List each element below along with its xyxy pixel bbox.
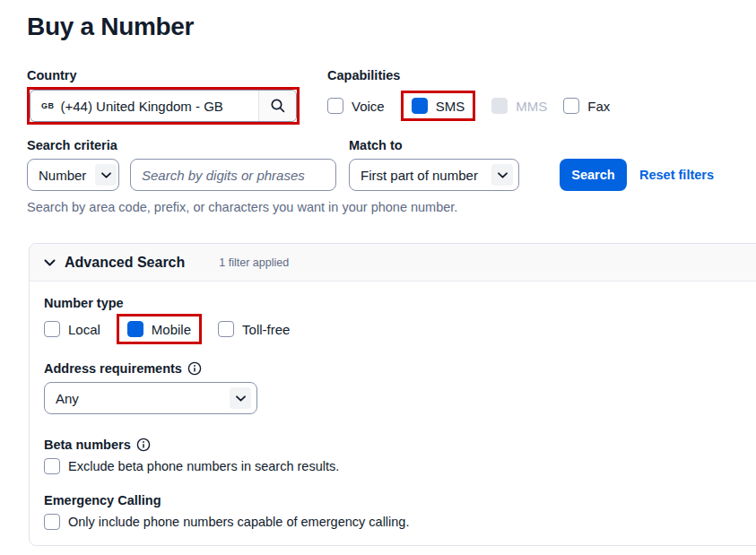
match-to-select[interactable]: First part of number	[349, 159, 519, 191]
country-value: (+44) United Kingdom - GB	[61, 99, 259, 114]
mobile-checkbox[interactable]	[127, 321, 143, 337]
capability-fax[interactable]: Fax	[563, 98, 610, 114]
advanced-search-title: Advanced Search	[65, 255, 185, 271]
buy-a-number-page: Buy a Number Country GB (+44) United Kin…	[0, 0, 756, 546]
number-type-mobile[interactable]: Mobile	[127, 321, 191, 337]
voice-checkbox[interactable]	[327, 98, 343, 114]
capabilities-options: Voice SMS MMS Fax	[327, 87, 610, 125]
search-help-text: Search by area code, prefix, or characte…	[27, 200, 756, 214]
country-search-button[interactable]	[258, 91, 296, 121]
number-type-section: Number type Local Mobile Toll-f	[44, 296, 756, 345]
search-criteria-label: Search criteria	[27, 138, 336, 152]
tollfree-label: Toll-free	[242, 322, 290, 337]
emergency-calling-section: Emergency Calling Only include phone num…	[44, 493, 756, 530]
match-to-value: First part of number	[361, 168, 478, 183]
capabilities-label: Capabilities	[327, 68, 610, 82]
local-label: Local	[68, 322, 100, 337]
voice-label: Voice	[352, 99, 385, 114]
criteria-type-value: Number	[39, 168, 86, 183]
match-to-label: Match to	[349, 138, 519, 152]
country-flag-code: GB	[41, 101, 55, 110]
criteria-type-select[interactable]: Number	[27, 159, 119, 191]
address-requirements-value: Any	[56, 391, 79, 406]
mobile-highlight-box: Mobile	[117, 314, 202, 344]
local-checkbox[interactable]	[44, 321, 60, 337]
number-type-label: Number type	[44, 296, 756, 310]
capability-mms: MMS	[491, 98, 547, 114]
beta-numbers-option[interactable]: Exclude beta phone numbers in search res…	[44, 458, 756, 474]
digits-search-input[interactable]	[130, 159, 336, 191]
exclude-beta-label: Exclude beta phone numbers in search res…	[68, 459, 339, 473]
mms-checkbox	[491, 98, 508, 114]
chevron-down-icon	[44, 259, 56, 266]
reset-filters-link[interactable]: Reset filters	[639, 168, 714, 182]
search-icon	[270, 98, 286, 114]
capability-sms[interactable]: SMS	[412, 98, 465, 114]
search-button[interactable]: Search	[560, 159, 627, 191]
country-input[interactable]: GB (+44) United Kingdom - GB	[30, 90, 297, 122]
search-criteria-row: Search criteria Number Match to First pa…	[27, 138, 756, 191]
emergency-calling-checkbox[interactable]	[44, 514, 60, 530]
capability-voice[interactable]: Voice	[327, 98, 385, 114]
number-type-options: Local Mobile Toll-free	[44, 313, 756, 345]
emergency-calling-option-label: Only include phone numbers capable of em…	[68, 515, 409, 529]
country-field-group: Country GB (+44) United Kingdom - GB	[27, 68, 327, 125]
mobile-label: Mobile	[152, 322, 191, 337]
sms-label: SMS	[436, 99, 465, 114]
advanced-search-panel: Advanced Search 1 filter applied Number …	[29, 243, 756, 546]
address-requirements-label: Address requirements	[44, 361, 182, 376]
info-icon[interactable]	[136, 438, 151, 452]
search-criteria-group: Search criteria Number	[27, 138, 336, 191]
fax-checkbox[interactable]	[563, 98, 579, 114]
beta-numbers-section: Beta numbers Exclude beta phone numbers …	[44, 438, 756, 474]
address-requirements-select[interactable]: Any	[44, 382, 257, 414]
number-type-tollfree[interactable]: Toll-free	[218, 321, 290, 337]
chevron-down-icon	[491, 164, 513, 186]
chevron-down-icon	[95, 164, 117, 186]
chevron-down-icon	[230, 387, 251, 409]
emergency-calling-label: Emergency Calling	[44, 493, 161, 507]
info-icon[interactable]	[187, 361, 202, 376]
filters-applied-badge: 1 filter applied	[219, 256, 289, 269]
page-title: Buy a Number	[27, 13, 756, 41]
mms-label: MMS	[516, 99, 547, 114]
exclude-beta-checkbox[interactable]	[44, 458, 60, 474]
country-capabilities-row: Country GB (+44) United Kingdom - GB	[27, 68, 756, 125]
beta-numbers-label: Beta numbers	[44, 438, 131, 452]
match-to-group: Match to First part of number	[349, 138, 519, 191]
number-type-local[interactable]: Local	[44, 321, 100, 337]
capabilities-group: Capabilities Voice SMS MMS	[327, 68, 610, 125]
tollfree-checkbox[interactable]	[218, 321, 234, 337]
advanced-search-body: Number type Local Mobile Toll-f	[30, 282, 756, 545]
country-label: Country	[27, 68, 327, 82]
sms-checkbox[interactable]	[412, 98, 428, 114]
search-actions: Search Reset filters	[560, 159, 714, 191]
country-highlight-box: GB (+44) United Kingdom - GB	[27, 87, 300, 125]
emergency-calling-option[interactable]: Only include phone numbers capable of em…	[44, 514, 756, 530]
advanced-search-toggle[interactable]: Advanced Search 1 filter applied	[30, 244, 756, 282]
fax-label: Fax	[587, 99, 610, 114]
sms-highlight-box: SMS	[401, 91, 476, 121]
address-requirements-section: Address requirements Any	[44, 361, 756, 414]
